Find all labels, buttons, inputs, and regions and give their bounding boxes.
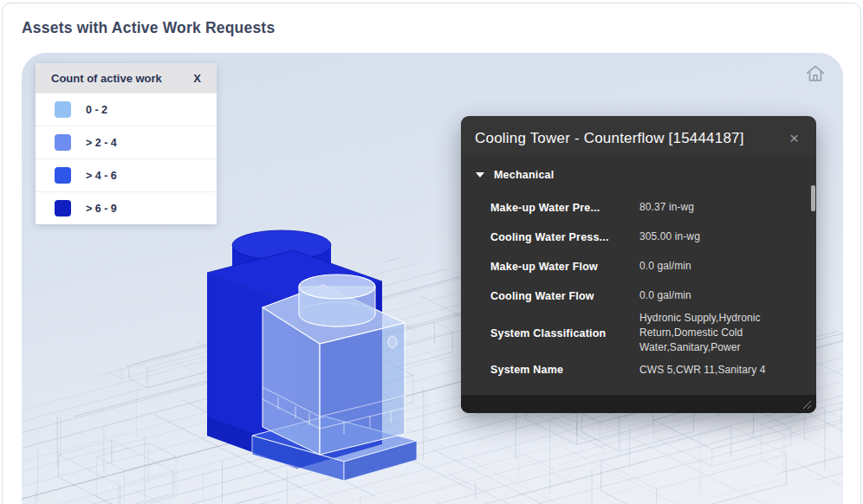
legend-item-6-9[interactable]: > 6 - 9 [36,191,217,224]
tooltip-scrollbar-thumb[interactable] [811,185,815,211]
legend-swatch [55,134,71,151]
legend-panel: Count of active work X 0 - 2 > 2 - 4 > 4… [36,63,217,224]
property-label: System Name [490,364,639,376]
close-icon[interactable]: X [193,72,201,85]
legend-item-label: 0 - 2 [86,104,107,116]
property-list: Make-up Water Pre... 80.37 in-wg Cooling… [490,193,802,384]
chevron-down-icon [476,172,484,178]
property-label: System Classification [490,327,639,339]
asset-tooltip: Cooling Tower - Counterflow [15444187] ×… [461,116,816,413]
legend-item-4-6[interactable]: > 4 - 6 [36,158,217,191]
asset-tooltip-title: Cooling Tower - Counterflow [15444187] [475,130,744,147]
home-icon [804,62,827,85]
property-value: 0.0 gal/min [639,288,801,303]
property-label: Cooling Water Flow [490,290,639,302]
page-title: Assets with Active Work Requests [22,19,275,37]
3d-viewer-canvas[interactable]: Count of active work X 0 - 2 > 2 - 4 > 4… [22,53,843,504]
property-label: Make-up Water Pre... [490,202,639,214]
property-label: Cooling Water Press... [490,231,639,243]
legend-item-label: > 4 - 6 [86,170,117,182]
legend-item-2-4[interactable]: > 2 - 4 [36,126,217,158]
property-row: Make-up Water Pre... 80.37 in-wg [490,193,802,223]
section-label: Mechanical [494,169,554,181]
legend-item-0-2[interactable]: 0 - 2 [36,93,217,126]
cooling-tower-asset-selected[interactable] [252,275,417,481]
property-row: Cooling Water Press... 305.00 in-wg [490,223,802,252]
property-label: Make-up Water Flow [490,261,639,273]
legend-header: Count of active work X [36,63,217,93]
property-row: System Name CWS 5,CWR 11,Sanitary 4 [490,355,802,384]
property-value: Hydronic Supply,Hydronic Return,Domestic… [639,311,801,355]
legend-item-label: > 6 - 9 [86,203,117,215]
asset-tooltip-body: Mechanical Make-up Water Pre... 80.37 in… [461,155,816,384]
asset-tooltip-footer [461,395,816,413]
property-value: 0.0 gal/min [639,259,801,274]
dashboard-card: Assets with Active Work Requests [2,3,861,504]
home-view-button[interactable] [801,60,829,87]
asset-tooltip-header: Cooling Tower - Counterflow [15444187] × [461,116,816,155]
property-row: Cooling Water Flow 0.0 gal/min [490,281,802,311]
property-value: 80.37 in-wg [639,200,801,215]
property-row: Make-up Water Flow 0.0 gal/min [490,252,802,281]
legend-swatch [55,167,71,184]
close-icon[interactable]: × [786,128,802,148]
property-value: CWS 5,CWR 11,Sanitary 4 [639,363,801,378]
legend-swatch [55,101,71,118]
resize-handle-icon[interactable] [802,400,812,410]
legend-item-label: > 2 - 4 [86,137,117,149]
property-row: System Classification Hydronic Supply,Hy… [490,311,802,355]
section-mechanical[interactable]: Mechanical [473,164,802,186]
legend-swatch [55,200,71,216]
legend-title: Count of active work [51,72,162,85]
property-value: 305.00 in-wg [639,229,801,244]
